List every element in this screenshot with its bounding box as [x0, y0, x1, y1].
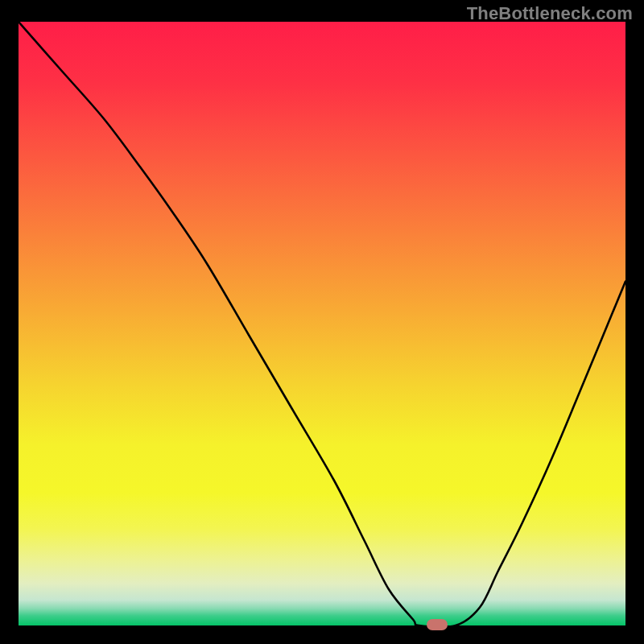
- optimum-marker: [427, 619, 448, 630]
- gradient-background: [19, 22, 625, 625]
- chart-frame: TheBottleneck.com: [0, 0, 644, 644]
- bottleneck-chart: [19, 22, 625, 625]
- watermark-text: TheBottleneck.com: [467, 3, 633, 24]
